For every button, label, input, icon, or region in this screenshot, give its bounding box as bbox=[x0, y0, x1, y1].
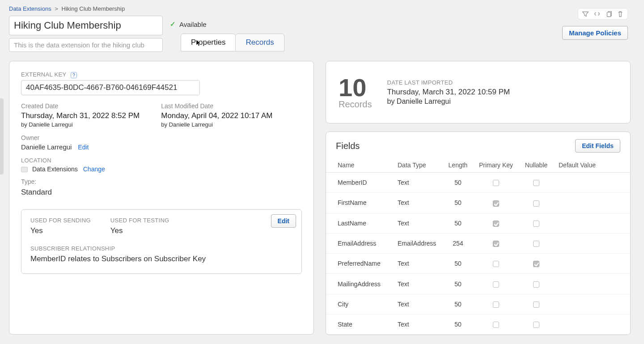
col-type: Data Type bbox=[393, 158, 442, 173]
type-label: Type: bbox=[21, 178, 302, 185]
collapsed-side-rail[interactable] bbox=[0, 98, 4, 174]
table-row[interactable]: StateText50 bbox=[326, 314, 630, 335]
field-nullable bbox=[518, 254, 554, 274]
type-value: Standard bbox=[21, 188, 302, 197]
sending-label: USED FOR SENDING bbox=[30, 217, 91, 224]
breadcrumb-root[interactable]: Data Extensions bbox=[9, 5, 51, 12]
table-row[interactable]: PreferredNameText50 bbox=[326, 254, 630, 274]
field-nullable bbox=[518, 314, 554, 335]
field-type: EmailAddress bbox=[393, 233, 442, 253]
external-key-label: EXTERNAL KEY ? bbox=[21, 71, 302, 78]
field-type: Text bbox=[393, 274, 442, 294]
field-name: EmailAddress bbox=[326, 233, 393, 253]
col-name: Name bbox=[326, 158, 393, 173]
summary-panel: 10 Records DATE LAST IMPORTED Thursday, … bbox=[326, 61, 631, 123]
table-row[interactable]: MailingAddressText50 bbox=[326, 274, 630, 294]
subrel-label: SUBSCRIBER RELATIONSHIP bbox=[30, 245, 292, 252]
field-nullable bbox=[518, 294, 554, 314]
owner-value: Danielle Larregui bbox=[21, 143, 72, 151]
status-text: Available bbox=[179, 21, 207, 28]
col-length: Length bbox=[442, 158, 474, 173]
field-type: Text bbox=[393, 193, 442, 213]
field-pk bbox=[474, 213, 518, 233]
col-nullable: Nullable bbox=[518, 158, 554, 173]
owner-label: Owner bbox=[21, 134, 302, 141]
field-pk bbox=[474, 233, 518, 253]
field-pk bbox=[474, 193, 518, 213]
field-default bbox=[554, 193, 630, 213]
help-icon[interactable]: ? bbox=[71, 72, 77, 78]
field-nullable bbox=[518, 173, 554, 193]
tab-records[interactable]: Records bbox=[235, 34, 284, 51]
fields-title: Fields bbox=[336, 141, 360, 151]
sending-value: Yes bbox=[30, 226, 91, 235]
field-name: City bbox=[326, 294, 393, 314]
fields-table: Name Data Type Length Primary Key Nullab… bbox=[326, 158, 630, 335]
field-length: 50 bbox=[442, 213, 474, 233]
col-pk: Primary Key bbox=[474, 158, 518, 173]
field-pk bbox=[474, 314, 518, 335]
field-default bbox=[554, 294, 630, 314]
usage-card: Edit USED FOR SENDING Yes USED FOR TESTI… bbox=[21, 209, 302, 274]
external-key-input[interactable]: 40AF4635-B0DC-4667-B760-046169F44521 bbox=[21, 80, 200, 95]
field-type: Text bbox=[393, 254, 442, 274]
owner-edit-link[interactable]: Edit bbox=[78, 144, 89, 151]
field-type: Text bbox=[393, 213, 442, 233]
breadcrumb: Data Extensions > Hiking Club Membership bbox=[9, 5, 635, 12]
field-nullable bbox=[518, 213, 554, 233]
field-default bbox=[554, 314, 630, 335]
subrel-value: MemberID relates to Subscribers on Subsc… bbox=[30, 255, 292, 263]
field-length: 50 bbox=[442, 193, 474, 213]
field-nullable bbox=[518, 274, 554, 294]
field-default bbox=[554, 233, 630, 253]
description-input[interactable]: This is the data extension for the hikin… bbox=[9, 38, 163, 52]
table-row[interactable]: EmailAddressEmailAddress254 bbox=[326, 233, 630, 253]
field-type: Text bbox=[393, 294, 442, 314]
location-label: LOCATION bbox=[21, 157, 302, 164]
field-length: 254 bbox=[442, 233, 474, 253]
breadcrumb-sep: > bbox=[55, 5, 58, 12]
field-pk bbox=[474, 254, 518, 274]
import-by: by Danielle Larregui bbox=[387, 98, 510, 106]
record-count: 10 bbox=[339, 75, 372, 100]
col-default: Default Value bbox=[554, 158, 630, 173]
breadcrumb-current: Hiking Club Membership bbox=[62, 5, 125, 12]
usage-edit-button[interactable]: Edit bbox=[271, 214, 296, 228]
tab-properties[interactable]: Properties bbox=[181, 34, 236, 51]
table-row[interactable]: LastNameText50 bbox=[326, 213, 630, 233]
field-name: LastName bbox=[326, 213, 393, 233]
field-pk bbox=[474, 173, 518, 193]
field-name: FirstName bbox=[326, 193, 393, 213]
field-nullable bbox=[518, 193, 554, 213]
field-name: MemberID bbox=[326, 173, 393, 193]
field-length: 50 bbox=[442, 274, 474, 294]
modified-by: by Danielle Larregui bbox=[161, 121, 272, 128]
manage-policies-button[interactable]: Manage Policies bbox=[562, 26, 628, 40]
table-row[interactable]: MemberIDText50 bbox=[326, 173, 630, 193]
field-default bbox=[554, 254, 630, 274]
record-count-label: Records bbox=[339, 99, 372, 110]
field-length: 50 bbox=[442, 254, 474, 274]
check-icon: ✓ bbox=[170, 20, 176, 28]
table-row[interactable]: FirstNameText50 bbox=[326, 193, 630, 213]
title-input[interactable]: Hiking Club Membership bbox=[9, 16, 163, 35]
field-pk bbox=[474, 294, 518, 314]
cursor-icon bbox=[196, 39, 201, 47]
testing-label: USED FOR TESTING bbox=[110, 217, 169, 224]
created-by: by Danielle Larregui bbox=[21, 121, 140, 128]
import-value: Thursday, March 31, 2022 10:59 PM bbox=[387, 88, 510, 97]
status-available: ✓ Available bbox=[170, 20, 207, 28]
testing-value: Yes bbox=[110, 226, 169, 235]
field-default bbox=[554, 173, 630, 193]
location-change-link[interactable]: Change bbox=[83, 166, 105, 173]
field-length: 50 bbox=[442, 173, 474, 193]
folder-icon bbox=[21, 167, 28, 172]
field-name: PreferredName bbox=[326, 254, 393, 274]
table-row[interactable]: CityText50 bbox=[326, 294, 630, 314]
edit-fields-button[interactable]: Edit Fields bbox=[575, 139, 620, 153]
fields-panel: Fields Edit Fields Name Data Type Length… bbox=[326, 132, 631, 335]
modified-label: Last Modified Date bbox=[161, 102, 272, 110]
field-default bbox=[554, 274, 630, 294]
properties-panel: EXTERNAL KEY ? 40AF4635-B0DC-4667-B760-0… bbox=[9, 61, 314, 335]
field-pk bbox=[474, 274, 518, 294]
